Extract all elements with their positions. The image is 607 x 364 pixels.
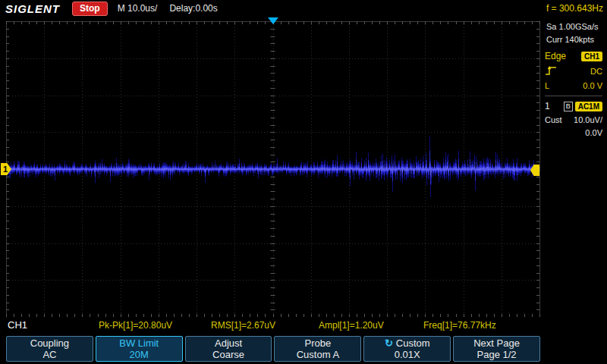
waveform-display [0,17,540,317]
oscilloscope-screen: SIGLENT Stop M 10.0us/ Delay:0.00s f = 3… [0,0,607,364]
trigger-source-badge: CH1 [581,52,602,61]
rising-edge-icon [545,65,557,77]
timebase-readout: M 10.0us/ [118,3,158,14]
top-status-bar: SIGLENT Stop M 10.0us/ Delay:0.00s f = 3… [0,0,607,17]
measurement-rms: RMS[1]=2.67uV [211,320,275,331]
vertical-scale-readout: 10.0uV/ [574,115,602,124]
panel-divider [545,96,602,96]
channel-number-readout: 1 [545,101,550,111]
measurement-channel-label: CH1 [8,319,27,331]
frequency-counter: f = 300.643Hz [546,3,603,14]
measurement-ampl: Ampl[1]=1.20uV [319,320,384,331]
delay-readout: Delay:0.00s [169,3,217,14]
probe-button[interactable]: Probe Custom A [274,336,361,362]
sample-rate-readout: Sa 1.00GSa/s [546,22,599,31]
bandwidth-limit-badge: B [564,102,573,111]
vertical-offset-readout: 0.0V [585,128,602,137]
next-page-button[interactable]: Next Page Page 1/2 [453,336,540,362]
custom-ratio-button[interactable]: ↻Custom 0.01X [363,336,451,362]
scale-label: Cust [545,115,562,124]
adjust-button[interactable]: Adjust Coarse [185,336,272,362]
softkey-menu-bar: Coupling AC BW Limit 20M Adjust Coarse P… [0,334,607,364]
right-status-panel: Sa 1.00GSa/s Curr 140kpts Edge CH1 DC L … [540,17,607,317]
measurement-bar: CH1 Pk-Pk[1]=20.80uV RMS[1]=2.67uV Ampl[… [0,317,540,334]
run-state-badge: Stop [72,2,108,16]
brand-logo: SIGLENT [5,2,60,15]
trigger-coupling-readout: DC [590,67,602,76]
trigger-type-readout: Edge [545,51,566,61]
coupling-button[interactable]: Coupling AC [6,336,93,362]
trigger-position-marker[interactable] [268,17,278,24]
trigger-level-label: L [545,81,549,90]
measurement-freq: Freq[1]=76.77kHz [423,320,496,331]
channel-coupling-badge: AC1M [575,102,602,111]
channel-badges: B AC1M [564,102,602,111]
trigger-level-readout: 0.0 V [583,81,602,90]
knob-rotate-icon: ↻ [385,337,393,349]
bw-limit-button[interactable]: BW Limit 20M [96,336,183,362]
softkey-buttons: Coupling AC BW Limit 20M Adjust Coarse P… [6,336,540,362]
measurement-pkpk: Pk-Pk[1]=20.80uV [99,320,172,331]
memory-depth-readout: Curr 140kpts [546,35,594,44]
channel-1-marker-label: 1 [3,165,8,174]
